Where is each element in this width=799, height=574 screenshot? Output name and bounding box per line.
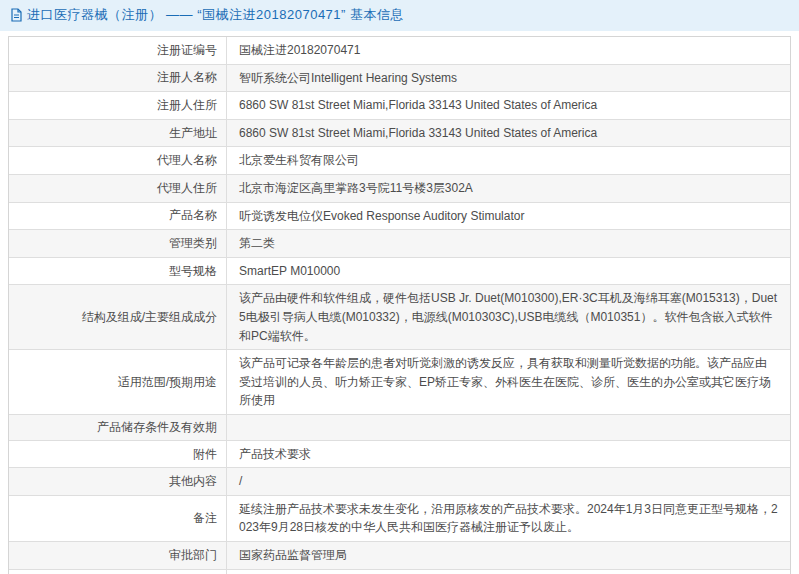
row-label-text: 结构及组成/主要组成成分	[82, 309, 217, 326]
row-value: 智听系统公司Intelligent Hearing Systems	[227, 65, 790, 92]
row-label-text: 审批部门	[169, 547, 217, 564]
row-value: 该产品可记录各年龄层的患者对听觉刺激的诱发反应，具有获取和测量听觉数据的功能。该…	[227, 350, 790, 414]
table-row: 其他内容 /	[9, 468, 790, 496]
table-row: 管理类别 第二类	[9, 230, 790, 258]
table-row: 型号规格 SmartEP M010000	[9, 258, 790, 286]
row-label: 适用范围/预期用途	[9, 350, 227, 414]
row-label: 产品储存条件及有效期	[9, 415, 227, 440]
table-row: 生产地址 6860 SW 81st Street Miami,Florida 3…	[9, 120, 790, 148]
row-label-text: 产品名称	[169, 207, 217, 224]
table-row: 代理人住所 北京市海淀区高里掌路3号院11号楼3层302A	[9, 175, 790, 203]
row-value: 国械注进20182070471	[227, 37, 790, 64]
row-label-text: 备注	[193, 510, 217, 527]
row-value: 第二类	[227, 230, 790, 257]
row-label-text: 管理类别	[169, 235, 217, 252]
table-row: 附件 产品技术要求	[9, 441, 790, 469]
row-label: 代理人名称	[9, 147, 227, 174]
row-value: 北京爱生科贸有限公司	[227, 147, 790, 174]
row-label-text: 生产地址	[169, 125, 217, 142]
page-title: 进口医疗器械（注册） —— “国械注进20182070471” 基本信息	[27, 6, 404, 24]
row-label: 产品名称	[9, 203, 227, 230]
row-value: 6860 SW 81st Street Miami,Florida 33143 …	[227, 120, 790, 147]
table-row: 结构及组成/主要组成成分 该产品由硬件和软件组成，硬件包括USB Jr. Due…	[9, 285, 790, 350]
row-value	[227, 415, 790, 440]
table-row: 审批部门 国家药品监督管理局	[9, 542, 790, 570]
table-row: 产品名称 听觉诱发电位仪Evoked Response Auditory Sti…	[9, 203, 790, 231]
row-label: 结构及组成/主要组成成分	[9, 285, 227, 349]
row-value: 北京市海淀区高里掌路3号院11号楼3层302A	[227, 175, 790, 202]
row-label-text: 注册证编号	[157, 42, 217, 59]
table-row: 批准日期 2024-01-03	[9, 570, 790, 574]
row-label: 注册人住所	[9, 92, 227, 119]
row-value: 该产品由硬件和软件组成，硬件包括USB Jr. Duet(M010300),ER…	[227, 285, 790, 349]
row-label: 型号规格	[9, 258, 227, 285]
row-label-text: 产品储存条件及有效期	[97, 419, 217, 436]
row-label-text: 附件	[193, 446, 217, 463]
row-value: /	[227, 468, 790, 495]
row-label: 其他内容	[9, 468, 227, 495]
row-label: 备注	[9, 496, 227, 541]
row-label-text: 型号规格	[169, 263, 217, 280]
row-label: 附件	[9, 441, 227, 468]
row-label-text: 注册人住所	[157, 97, 217, 114]
table-row: 适用范围/预期用途 该产品可记录各年龄层的患者对听觉刺激的诱发反应，具有获取和测…	[9, 350, 790, 415]
row-label: 审批部门	[9, 542, 227, 569]
row-label-text: 适用范围/预期用途	[118, 374, 217, 391]
table-row: 注册人名称 智听系统公司Intelligent Hearing Systems	[9, 65, 790, 93]
registration-info-table: 注册证编号 国械注进20182070471 注册人名称 智听系统公司Intell…	[8, 36, 791, 574]
row-value: 6860 SW 81st Street Miami,Florida 33143 …	[227, 92, 790, 119]
row-value: 延续注册产品技术要求未发生变化，沿用原核发的产品技术要求。2024年1月3日同意…	[227, 496, 790, 541]
table-row: 备注 延续注册产品技术要求未发生变化，沿用原核发的产品技术要求。2024年1月3…	[9, 496, 790, 542]
row-label-text: 代理人名称	[157, 152, 217, 169]
page-title-bar: 进口医疗器械（注册） —— “国械注进20182070471” 基本信息	[0, 0, 799, 31]
document-icon	[10, 8, 23, 22]
table-row: 产品储存条件及有效期	[9, 415, 790, 441]
table-row: 代理人名称 北京爱生科贸有限公司	[9, 147, 790, 175]
table-row: 注册证编号 国械注进20182070471	[9, 37, 790, 65]
row-label: 管理类别	[9, 230, 227, 257]
row-value: SmartEP M010000	[227, 258, 790, 285]
table-row: 注册人住所 6860 SW 81st Street Miami,Florida …	[9, 92, 790, 120]
row-label: 生产地址	[9, 120, 227, 147]
row-value: 国家药品监督管理局	[227, 542, 790, 569]
row-value: 产品技术要求	[227, 441, 790, 468]
row-label-text: 其他内容	[169, 473, 217, 490]
row-label-text: 注册人名称	[157, 69, 217, 86]
row-label: 注册证编号	[9, 37, 227, 64]
row-value: 2024-01-03	[227, 570, 790, 574]
row-label: 注册人名称	[9, 65, 227, 92]
row-value: 听觉诱发电位仪Evoked Response Auditory Stimulat…	[227, 203, 790, 230]
row-label-text: 代理人住所	[157, 180, 217, 197]
row-label: 代理人住所	[9, 175, 227, 202]
row-label: 批准日期	[9, 570, 227, 574]
